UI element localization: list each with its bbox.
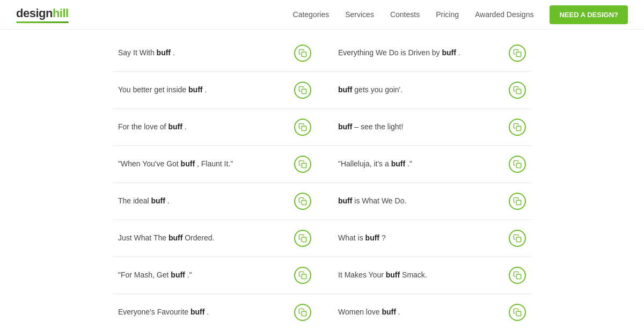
list-item: Just What The buff Ordered. [113,220,322,257]
slogan-text: Say It With buff . [118,48,175,59]
copy-icon[interactable] [509,156,526,173]
list-item: "For Mash, Get buff ." [113,257,322,294]
list-item: buff gets you goin'. [322,72,531,109]
slogan-text: "For Mash, Get buff ." [118,270,192,281]
list-item: buff – see the light! [322,109,531,146]
nav-categories[interactable]: Categories [293,10,330,19]
slogan-text: buff is What We Do. [338,196,406,207]
need-design-button[interactable]: NEED A DESIGN? [550,5,628,24]
svg-rect-6 [302,274,306,279]
nav-pricing[interactable]: Pricing [436,10,459,19]
copy-icon[interactable] [509,45,526,62]
list-item: What is buff ? [322,220,531,257]
copy-icon[interactable] [294,304,311,321]
list-item: The ideal buff . [113,183,322,220]
copy-icon[interactable] [294,193,311,210]
copy-icon[interactable] [509,193,526,210]
svg-rect-13 [516,200,521,205]
list-item: "When You've Got buff , Flaunt It." [113,146,322,183]
svg-rect-15 [516,274,521,279]
svg-rect-7 [302,311,306,316]
logo-hill-text: hill [53,6,69,20]
slogan-text: buff gets you goin'. [338,85,402,96]
svg-rect-9 [516,52,521,57]
main-content: Say It With buff . You better get inside… [0,30,644,329]
copy-icon[interactable] [509,267,526,284]
svg-rect-16 [516,311,521,316]
list-item: It Makes Your buff Smack. [322,257,531,294]
copy-icon[interactable] [509,230,526,247]
svg-rect-3 [302,163,306,168]
list-item: You better get inside buff . [113,72,322,109]
copy-icon[interactable] [509,304,526,321]
svg-rect-1 [302,89,306,94]
copy-icon[interactable] [509,119,526,136]
svg-rect-5 [302,237,306,242]
slogans-grid: Say It With buff . You better get inside… [113,35,531,329]
slogan-text: buff – see the light! [338,122,403,133]
slogan-text: The ideal buff . [118,196,170,207]
slogan-text: Everything We Do is Driven by buff . [338,48,460,59]
nav-awarded-designs[interactable]: Awarded Designs [475,10,533,19]
slogan-text: Everyone's Favourite buff . [118,307,209,318]
logo[interactable]: designhill [16,6,69,23]
svg-rect-10 [516,89,521,94]
copy-icon[interactable] [294,267,311,284]
list-item: buff is What We Do. [322,183,531,220]
svg-rect-14 [516,237,521,242]
list-item: Everyone's Favourite buff . [113,294,322,329]
svg-rect-12 [516,163,521,168]
logo-design-text: design [16,6,53,20]
logo-underline [16,21,69,23]
slogan-text: It Makes Your buff Smack. [338,270,427,281]
slogan-text: You better get inside buff . [118,85,207,96]
slogan-text: Just What The buff Ordered. [118,233,214,244]
right-column: Everything We Do is Driven by buff . buf… [322,35,531,329]
copy-icon[interactable] [294,119,311,136]
header: designhill Categories Services Contests … [0,0,644,30]
copy-icon[interactable] [509,82,526,99]
svg-rect-11 [516,126,521,131]
list-item: For the love of buff . [113,109,322,146]
nav-services[interactable]: Services [345,10,374,19]
copy-icon[interactable] [294,82,311,99]
list-item: "Halleluja, it's a buff ." [322,146,531,183]
copy-icon[interactable] [294,230,311,247]
copy-icon[interactable] [294,156,311,173]
main-nav: Categories Services Contests Pricing Awa… [293,5,628,24]
slogan-text: "Halleluja, it's a buff ." [338,159,412,170]
list-item: Say It With buff . [113,35,322,72]
svg-rect-2 [302,126,306,131]
list-item: Women love buff . [322,294,531,329]
slogan-text: "When You've Got buff , Flaunt It." [118,159,233,170]
svg-rect-0 [302,52,306,57]
slogan-text: What is buff ? [338,233,386,244]
nav-contests[interactable]: Contests [390,10,420,19]
slogan-text: Women love buff . [338,307,400,318]
list-item: Everything We Do is Driven by buff . [322,35,531,72]
slogan-text: For the love of buff . [118,122,187,133]
svg-rect-4 [302,200,306,205]
left-column: Say It With buff . You better get inside… [113,35,322,329]
copy-icon[interactable] [294,45,311,62]
